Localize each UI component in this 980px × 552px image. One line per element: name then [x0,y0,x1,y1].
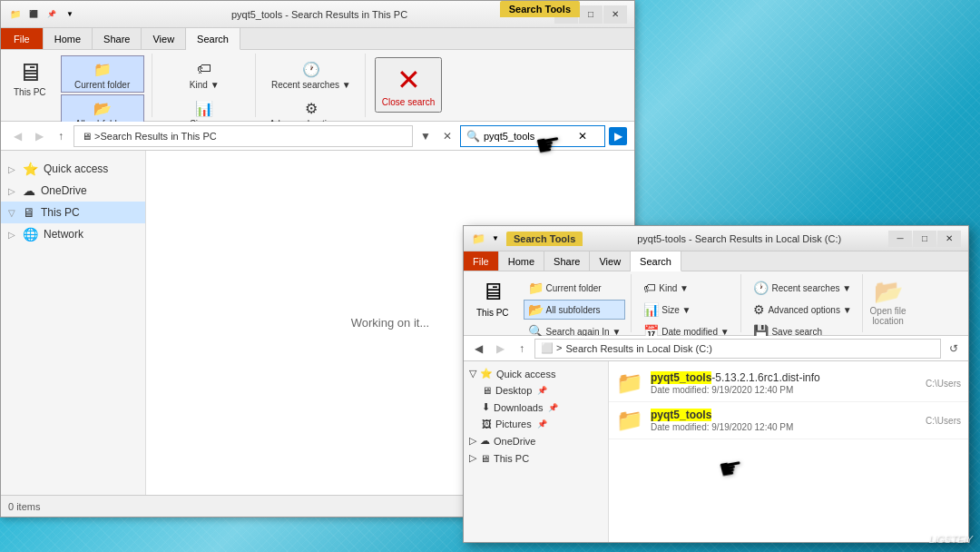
ribbon-group-refine-2: 🏷 Kind ▼ 📊 Size ▼ 📅 Date modified ▼ [633,274,741,332]
advanced-options-button-2[interactable]: ⚙ Advanced options ▼ [749,300,856,320]
network-icon-1: 🌐 [23,227,38,242]
search-icon-1: 🔍 [466,130,480,143]
desktop-label-2: Desktop [495,385,532,396]
forward-button-1[interactable]: ▶ [30,127,48,145]
file-item-1[interactable]: 📁 pyqt5_tools-5.13.2.1.6rc1.dist-info Da… [609,365,968,402]
kind-label-2: Kind ▼ [659,283,689,293]
current-folder-label-2: Current folder [546,283,602,293]
network-label-1: Network [44,228,83,241]
address-bar-1: ◀ ▶ ↑ 🖥 > Search Results in This PC ▼ ✕ … [1,122,634,151]
this-pc-button-2[interactable]: 🖥 This PC [469,274,516,332]
maximize-button-1[interactable]: □ [579,5,603,24]
minimize-button-2[interactable]: ─ [888,231,912,247]
search-tools-tab-1[interactable]: Search Tools [500,1,580,17]
tab-view-1[interactable]: View [142,28,186,49]
star-icon-2: ⭐ [480,368,493,380]
title-icons-2: 📁 ▼ [471,232,503,246]
up-button-1[interactable]: ↑ [52,127,70,145]
maximize-button-2[interactable]: □ [913,231,936,247]
forward-button-2[interactable]: ▶ [491,340,509,358]
tab-search-2[interactable]: Search [631,251,681,271]
onedrive-icon-2: ☁ [480,435,490,447]
this-pc-label-2: This PC [494,453,529,464]
address-path-2[interactable]: ⬜ > Search Results in Local Disk (C:) [534,339,941,359]
kind-button-1[interactable]: 🏷 Kind ▼ [162,55,248,93]
back-button-2[interactable]: ◀ [469,340,487,358]
quick-access-icon-sidebar-1: ⭐ [23,162,38,176]
onedrive-label-2: OneDrive [494,436,535,447]
window-icon-2: 📁 [471,232,485,246]
close-search-button-1[interactable]: ✕ Close search [375,57,442,113]
sidebar-item-downloads-2[interactable]: ⬇ Downloads 📌 [464,399,608,416]
title-bar-1: 📁 ⬛ 📌 ▼ Search Tools pyqt5_tools - Searc… [1,1,634,28]
sidebar-item-onedrive-1[interactable]: ▷ ☁ OneDrive [1,180,145,202]
ribbon-content-1: 🖥 This PC 📁 Current folder 📂 All subfold… [1,50,634,121]
back-button-1[interactable]: ◀ [8,127,26,145]
open-file-location-label-2: Open filelocation [870,306,906,326]
size-button-2[interactable]: 📊 Size ▼ [639,300,735,320]
sidebar-item-desktop-2[interactable]: 🖥 Desktop 📌 [464,382,608,399]
tab-share-1[interactable]: Share [93,28,142,49]
file-name-1: pyqt5_tools-5.13.2.1.6rc1.dist-info [651,371,881,384]
breadcrumb-1: 🖥 > [82,131,100,142]
recent-searches-label-2: Recent searches ▼ [771,283,851,293]
this-pc-button-1[interactable]: 🖥 This PC [8,54,52,117]
tab-view-2[interactable]: View [590,251,631,271]
execute-search-button-1[interactable]: ▶ [609,127,627,145]
advanced-options-icon-1: ⚙ [300,97,322,119]
folder-icon-2: 📁 [616,408,643,433]
quick-access-label-2: Quick access [496,369,555,380]
kind-button-2[interactable]: 🏷 Kind ▼ [639,278,735,298]
sidebar-item-pictures-2[interactable]: 🖼 Pictures 📌 [464,416,608,432]
title-icons: 📁 ⬛ 📌 ▼ [8,7,77,22]
clear-search-icon-1[interactable]: ✕ [578,130,587,143]
sidebar-item-this-pc-1[interactable]: ▽ 🖥 This PC [1,202,145,223]
recent-searches-button-1[interactable]: 🕐 Recent searches ▼ [265,55,358,93]
tab-search-1[interactable]: Search [186,28,240,50]
sidebar-item-quick-access-2[interactable]: ▽ ⭐ Quick access [464,365,608,382]
up-button-2[interactable]: ↑ [513,340,531,358]
address-bar-2: ◀ ▶ ↑ ⬜ > Search Results in Local Disk (… [464,336,968,361]
clear-address-button-1[interactable]: ✕ [438,127,456,145]
recent-searches-icon-2: 🕐 [753,281,769,295]
address-path-1[interactable]: 🖥 > Search Results in This PC [74,125,413,147]
this-pc-label-large-2: This PC [476,308,509,318]
sidebar-item-quick-access-1[interactable]: ▷ ⭐ Quick access [1,158,145,180]
watermark: LiGSTEiY [929,534,973,545]
refresh-button-1[interactable]: ▼ [416,127,435,145]
file-path-2: C:\Users [888,416,961,426]
search-again-label-2: Search again In ▼ [546,327,622,337]
recent-searches-icon-1: 🕐 [300,58,322,80]
tab-share-2[interactable]: Share [544,251,590,271]
refresh-button-2[interactable]: ↺ [945,340,963,358]
search-tools-tab-2[interactable]: Search Tools [506,232,583,246]
this-pc-label-1: This PC [14,87,46,97]
sidebar-item-network-1[interactable]: ▷ 🌐 Network [1,223,145,245]
size-icon-1: 📊 [193,97,215,119]
close-button-1[interactable]: ✕ [603,5,627,24]
current-folder-button-2[interactable]: 📁 Current folder [524,278,626,298]
recent-searches-button-2[interactable]: 🕐 Recent searches ▼ [749,278,856,298]
onedrive-icon-1: ☁ [23,183,35,198]
search-box-1[interactable]: 🔍 pyqt5_tools ✕ [460,125,605,147]
close-search-label-1: Close search [382,97,435,107]
sidebar-item-this-pc-2[interactable]: ▷ 🖥 This PC [464,449,608,467]
this-pc-icon-large-2: 🖥 [481,278,505,306]
title-text-2: pyqt5-tools - Search Results in Local Di… [590,233,888,244]
current-folder-button-1[interactable]: 📁 Current folder [61,55,144,93]
all-subfolders-icon-1: 📂 [92,97,113,119]
all-subfolders-button-2[interactable]: 📂 All subfolders [524,300,626,320]
file-item-2[interactable]: 📁 pyqt5_tools Date modified: 9/19/2020 1… [609,402,968,439]
working-text-1: Working on it... [351,316,429,330]
breadcrumb-path-1: Search Results in This PC [100,131,216,142]
tab-home-1[interactable]: Home [44,28,93,49]
close-button-2[interactable]: ✕ [937,231,961,247]
quick-access-label-1: Quick access [44,163,108,175]
tab-home-2[interactable]: Home [499,251,544,271]
tab-file-1[interactable]: File [1,28,44,49]
sidebar-item-onedrive-2[interactable]: ▷ ☁ OneDrive [464,432,608,449]
tab-file-2[interactable]: File [464,251,499,271]
date-modified-label-2: Date modified ▼ [662,327,729,337]
search-input-1[interactable]: pyqt5_tools [484,131,574,142]
all-subfolders-icon-2: 📂 [528,302,544,317]
